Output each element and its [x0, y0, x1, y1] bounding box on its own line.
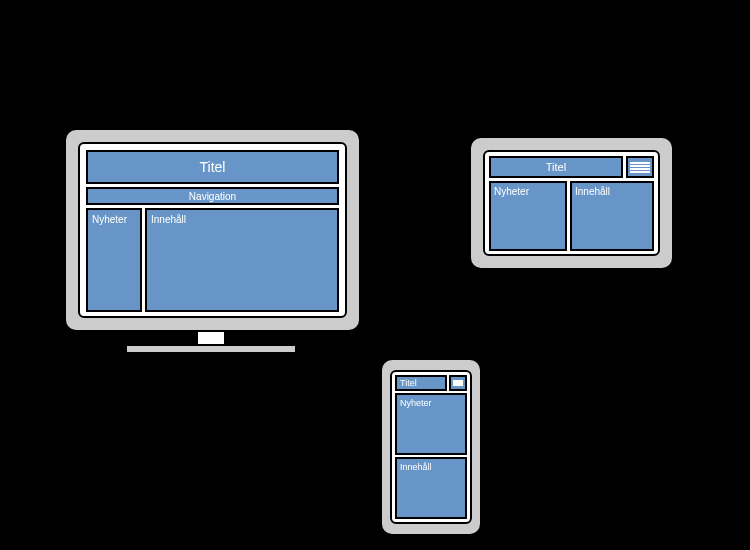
desktop-title-label: Titel: [200, 159, 226, 175]
tablet-title-region: Titel: [489, 156, 623, 178]
tablet-content-row: Nyheter Innehåll: [489, 181, 654, 251]
phone-content-label: Innehåll: [400, 462, 432, 472]
desktop-device: Titel Navigation Nyheter Innehåll: [64, 128, 361, 332]
hamburger-menu-icon: [626, 156, 654, 178]
desktop-navigation-region: Navigation: [86, 187, 339, 205]
tablet-news-label: Nyheter: [494, 186, 529, 197]
tablet-news-region: Nyheter: [489, 181, 567, 251]
hamburger-menu-icon: [449, 375, 467, 391]
phone-header-row: Titel: [395, 375, 467, 391]
tablet-title-label: Titel: [546, 161, 566, 173]
tablet-header-row: Titel: [489, 156, 654, 178]
phone-news-region: Nyheter: [395, 393, 467, 455]
phone-title-region: Titel: [395, 375, 447, 391]
desktop-navigation-label: Navigation: [189, 191, 236, 202]
desktop-news-label: Nyheter: [92, 214, 127, 225]
tablet-screen: Titel Nyheter Innehåll: [483, 150, 660, 256]
phone-title-label: Titel: [400, 378, 417, 388]
phone-screen: Titel Nyheter Innehåll: [390, 370, 472, 524]
desktop-news-region: Nyheter: [86, 208, 142, 312]
monitor-stand-base: [125, 344, 297, 354]
desktop-content-row: Nyheter Innehåll: [86, 208, 339, 312]
phone-news-label: Nyheter: [400, 398, 432, 408]
tablet-content-label: Innehåll: [575, 186, 610, 197]
phone-device: Titel Nyheter Innehåll: [380, 358, 482, 536]
desktop-content-region: Innehåll: [145, 208, 339, 312]
tablet-device: Titel Nyheter Innehåll: [469, 136, 674, 270]
desktop-title-region: Titel: [86, 150, 339, 184]
tablet-content-region: Innehåll: [570, 181, 654, 251]
desktop-content-label: Innehåll: [151, 214, 186, 225]
phone-content-region: Innehåll: [395, 457, 467, 519]
desktop-screen: Titel Navigation Nyheter Innehåll: [78, 142, 347, 318]
